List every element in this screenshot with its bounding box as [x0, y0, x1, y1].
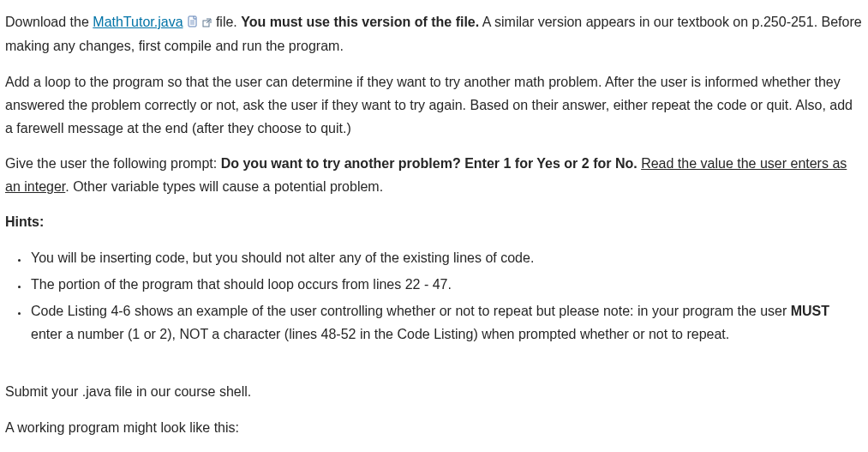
text-prompt-suffix: . Other variable types will cause a pote… [65, 179, 383, 194]
spacer [5, 363, 863, 380]
paragraph-prompt: Give the user the following prompt: Do y… [5, 152, 863, 198]
heading-hints: Hints: [5, 210, 863, 233]
paragraph-working-example: A working program might look like this: [5, 416, 863, 439]
svg-rect-0 [189, 16, 196, 27]
hints-list: You will be inserting code, but you shou… [5, 246, 863, 347]
text-prompt-prefix: Give the user the following prompt: [5, 156, 221, 171]
paragraph-download: Download the MathTutor.java file. You mu… [5, 10, 863, 58]
link-mathtutor-java[interactable]: MathTutor.java [93, 15, 183, 29]
paragraph-add-loop: Add a loop to the program so that the us… [5, 70, 863, 141]
text-hint3-must: MUST [791, 304, 829, 318]
list-item: The portion of the program that should l… [29, 273, 863, 296]
text-download-prefix: Download the [5, 15, 93, 29]
text-prompt-bold: Do you want to try another problem? Ente… [221, 156, 638, 171]
text-file-word: file. [216, 15, 241, 29]
paragraph-submit: Submit your .java file in our course she… [5, 380, 863, 403]
file-icon [187, 11, 199, 34]
text-hint3-prefix: Code Listing 4-6 shows an example of the… [31, 304, 791, 318]
external-link-icon [202, 11, 212, 34]
list-item: You will be inserting code, but you shou… [29, 246, 863, 269]
text-must-use-version: You must use this version of the file. [241, 15, 479, 29]
list-item: Code Listing 4-6 shows an example of the… [29, 299, 863, 346]
text-hint3-suffix: enter a number (1 or 2), NOT a character… [31, 327, 729, 341]
